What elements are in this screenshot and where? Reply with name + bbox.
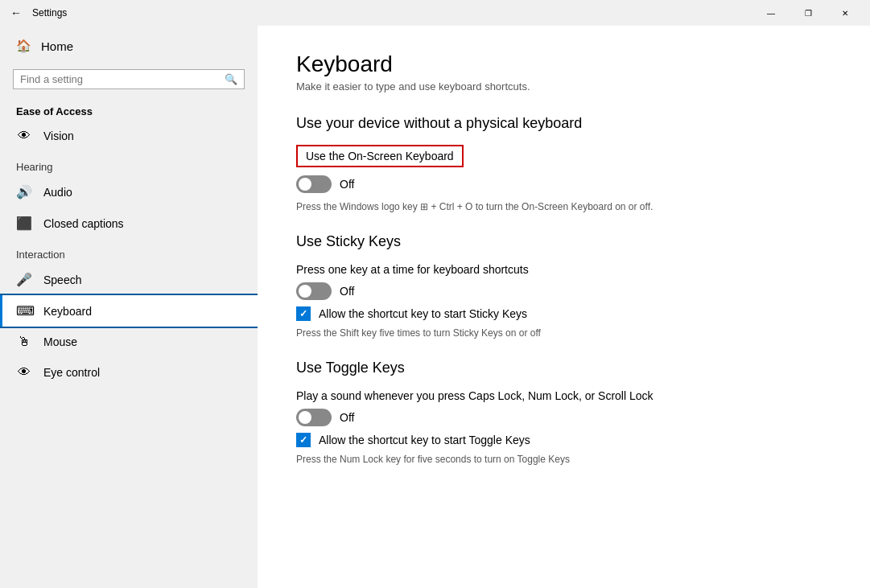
toggle-keys-shortcut-hint: Press the Num Lock key for five seconds … bbox=[296, 452, 831, 467]
sticky-keys-desc: Press one key at a time for keyboard sho… bbox=[296, 263, 831, 276]
on-screen-kb-toggle-label: Off bbox=[340, 178, 354, 191]
toggle-keys-desc: Play a sound whenever you press Caps Loc… bbox=[296, 389, 831, 402]
sidebar-audio-label: Audio bbox=[43, 186, 72, 199]
audio-icon: 🔊 bbox=[16, 184, 32, 199]
sidebar-vision-label: Vision bbox=[43, 130, 74, 142]
on-screen-kb-setting: Use the On-Screen Keyboard Off Press the… bbox=[296, 145, 831, 214]
on-screen-kb-label[interactable]: Use the On-Screen Keyboard bbox=[296, 145, 464, 167]
app-window: 🏠 Home 🔍 Ease of Access 👁 Vision Hearing… bbox=[0, 26, 870, 588]
content-area: Keyboard Make it easier to type and use … bbox=[258, 26, 870, 588]
sidebar-home-label: Home bbox=[41, 39, 73, 53]
sidebar-keyboard-label: Keyboard bbox=[43, 305, 92, 318]
titlebar-title: Settings bbox=[32, 7, 67, 19]
sidebar: 🏠 Home 🔍 Ease of Access 👁 Vision Hearing… bbox=[0, 26, 258, 588]
titlebar-controls: — ❐ ✕ bbox=[752, 0, 864, 26]
sidebar-item-keyboard[interactable]: ⌨ Keyboard bbox=[0, 295, 258, 327]
page-subtitle: Make it easier to type and use keyboard … bbox=[296, 80, 831, 93]
back-button[interactable]: ← bbox=[6, 3, 26, 23]
sidebar-item-home[interactable]: 🏠 Home bbox=[0, 26, 258, 66]
sticky-keys-shortcut-row: ✓ Allow the shortcut key to start Sticky… bbox=[296, 306, 831, 321]
sticky-keys-setting: Press one key at a time for keyboard sho… bbox=[296, 263, 831, 340]
page-title: Keyboard bbox=[296, 51, 831, 77]
sticky-keys-shortcut-hint: Press the Shift key five times to turn S… bbox=[296, 326, 831, 340]
sidebar-item-mouse[interactable]: 🖱 Mouse bbox=[0, 327, 258, 357]
close-button[interactable]: ✕ bbox=[827, 0, 864, 26]
hearing-section-label: Hearing bbox=[0, 151, 258, 176]
sticky-keys-heading: Use Sticky Keys bbox=[296, 233, 831, 250]
sidebar-item-eye-control[interactable]: 👁 Eye control bbox=[0, 357, 258, 388]
sidebar-section-label: Ease of Access bbox=[0, 99, 258, 121]
sidebar-speech-label: Speech bbox=[43, 273, 81, 286]
sidebar-item-closed-captions[interactable]: ⬛ Closed captions bbox=[0, 208, 258, 239]
toggle-keys-toggle[interactable] bbox=[296, 409, 332, 426]
sticky-keys-toggle[interactable] bbox=[296, 282, 332, 300]
sticky-keys-toggle-label: Off bbox=[340, 285, 354, 298]
search-input[interactable] bbox=[20, 73, 225, 85]
sidebar-closed-captions-label: Closed captions bbox=[43, 217, 124, 230]
speech-icon: 🎤 bbox=[16, 272, 32, 287]
on-screen-heading: Use your device without a physical keybo… bbox=[296, 115, 831, 132]
toggle-keys-shortcut-label: Allow the shortcut key to start Toggle K… bbox=[319, 434, 530, 446]
keyboard-icon: ⌨ bbox=[16, 303, 32, 319]
closed-captions-icon: ⬛ bbox=[16, 216, 32, 231]
sidebar-item-audio[interactable]: 🔊 Audio bbox=[0, 176, 258, 208]
interaction-section-label: Interaction bbox=[0, 239, 258, 264]
on-screen-kb-toggle[interactable] bbox=[296, 175, 332, 193]
toggle-keys-shortcut-checkbox[interactable]: ✓ bbox=[296, 433, 311, 447]
mouse-icon: 🖱 bbox=[16, 335, 32, 349]
search-box: 🔍 bbox=[13, 69, 245, 89]
toggle-keys-setting: Play a sound whenever you press Caps Loc… bbox=[296, 389, 831, 467]
toggle-keys-toggle-row: Off bbox=[296, 409, 831, 426]
maximize-button[interactable]: ❐ bbox=[790, 0, 827, 26]
sidebar-eye-control-label: Eye control bbox=[43, 366, 100, 379]
checkbox-checkmark-2: ✓ bbox=[299, 434, 307, 446]
minimize-button[interactable]: — bbox=[752, 0, 790, 26]
sidebar-item-speech[interactable]: 🎤 Speech bbox=[0, 264, 258, 295]
search-icon[interactable]: 🔍 bbox=[225, 73, 237, 85]
titlebar: ← Settings — ❐ ✕ bbox=[0, 0, 870, 26]
sticky-keys-shortcut-checkbox[interactable]: ✓ bbox=[296, 306, 311, 321]
toggle-keys-heading: Use Toggle Keys bbox=[296, 360, 831, 376]
eye-control-icon: 👁 bbox=[16, 365, 32, 380]
sidebar-item-vision[interactable]: 👁 Vision bbox=[0, 121, 258, 151]
toggle-keys-shortcut-row: ✓ Allow the shortcut key to start Toggle… bbox=[296, 433, 831, 447]
toggle-keys-toggle-label: Off bbox=[340, 411, 354, 424]
sticky-keys-shortcut-label: Allow the shortcut key to start Sticky K… bbox=[319, 307, 527, 320]
vision-icon: 👁 bbox=[16, 129, 32, 143]
on-screen-kb-toggle-row: Off bbox=[296, 175, 831, 193]
home-icon: 🏠 bbox=[16, 39, 31, 53]
on-screen-kb-hint: Press the Windows logo key ⊞ + Ctrl + O … bbox=[296, 199, 831, 214]
sidebar-mouse-label: Mouse bbox=[43, 335, 77, 348]
sticky-keys-toggle-row: Off bbox=[296, 282, 831, 300]
checkbox-checkmark: ✓ bbox=[299, 308, 307, 319]
